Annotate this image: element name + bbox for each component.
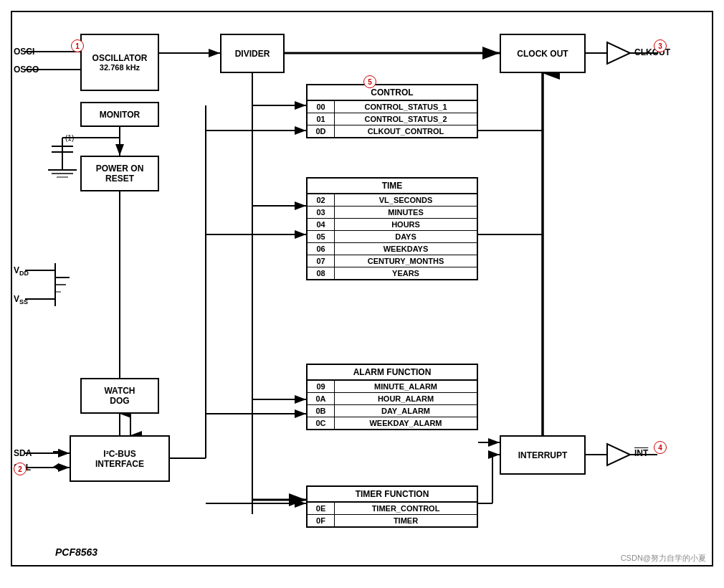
i2c-label-2: INTERFACE <box>95 459 144 469</box>
clockout-label: CLOCK OUT <box>517 49 568 59</box>
table-row: 01 CONTROL_STATUS_2 <box>308 113 477 125</box>
por-box: POWER ON RESET <box>80 156 159 191</box>
reg-name: VL_SECONDS <box>335 194 477 206</box>
reg-name: TIMER_CONTROL <box>335 503 477 514</box>
reg-addr: 0A <box>308 393 335 404</box>
reg-addr: 0B <box>308 405 335 417</box>
reg-addr: 02 <box>308 194 335 206</box>
table-row: 06 WEEKDAYS <box>308 243 477 255</box>
reg-name: MINUTE_ALARM <box>335 381 477 392</box>
timer-table: TIMER FUNCTION 0E TIMER_CONTROL 0F TIMER <box>306 485 478 528</box>
reg-addr: 0D <box>308 125 335 137</box>
table-row: 0C WEEKDAY_ALARM <box>308 417 477 429</box>
alarm-table: ALARM FUNCTION 09 MINUTE_ALARM 0A HOUR_A… <box>306 364 478 430</box>
reg-name: HOURS <box>335 219 477 230</box>
reg-addr: 04 <box>308 219 335 230</box>
i2c-label-1: I²C-BUS <box>103 449 135 459</box>
osco-label: OSCO <box>14 65 39 75</box>
monitor-box: MONITOR <box>80 102 159 127</box>
reg-addr: 07 <box>308 255 335 267</box>
reg-addr: 08 <box>308 267 335 279</box>
reg-name: CLKOUT_CONTROL <box>335 125 477 137</box>
reg-name: YEARS <box>335 267 477 279</box>
timer-table-header: TIMER FUNCTION <box>308 487 477 503</box>
diagram-outer: OSCILLATOR 32.768 kHz MONITOR POWER ON R… <box>11 11 713 566</box>
svg-marker-11 <box>607 42 630 64</box>
table-row: 09 MINUTE_ALARM <box>308 381 477 393</box>
divider-box: DIVIDER <box>220 34 285 73</box>
por-label-2: RESET <box>105 174 134 184</box>
vdd-sub: DD <box>19 270 29 277</box>
cap-label: (1) <box>65 134 74 142</box>
chip-label: PCF8563 <box>55 546 97 558</box>
int-label: INT <box>634 448 648 458</box>
watermark-label: CSDN@努力自学的小夏 <box>621 553 706 564</box>
table-row: 0F TIMER <box>308 515 477 526</box>
circle-label-4: 4 <box>654 441 667 454</box>
watchdog-label-1: WATCH <box>104 386 135 396</box>
reg-addr: 0C <box>308 417 335 429</box>
control-table-header: CONTROL <box>308 85 477 101</box>
time-table: TIME 02 VL_SECONDS 03 MINUTES 04 HOURS 0… <box>306 177 478 280</box>
monitor-label: MONITOR <box>100 110 140 120</box>
table-row: 05 DAYS <box>308 231 477 243</box>
reg-addr: 0E <box>308 503 335 514</box>
sda-label: SDA <box>14 448 32 458</box>
interrupt-label: INTERRUPT <box>518 450 568 460</box>
reg-name: CONTROL_STATUS_2 <box>335 113 477 125</box>
table-row: 07 CENTURY_MONTHS <box>308 255 477 267</box>
reg-addr: 03 <box>308 207 335 218</box>
reg-name: HOUR_ALARM <box>335 393 477 404</box>
circle-label-2: 2 <box>14 463 27 475</box>
reg-name: WEEKDAYS <box>335 243 477 255</box>
scl-arrow-svg <box>52 462 66 472</box>
reg-addr: 06 <box>308 243 335 255</box>
reg-name: DAYS <box>335 231 477 242</box>
watchdog-box: WATCH DOG <box>80 378 159 414</box>
circle-label-1: 1 <box>71 39 84 52</box>
table-row: 0A HOUR_ALARM <box>308 393 477 405</box>
sda-arrow-svg <box>52 447 66 457</box>
table-row: 0B DAY_ALARM <box>308 405 477 417</box>
watchdog-label-2: DOG <box>110 396 129 406</box>
vss-sub: SS <box>19 298 28 305</box>
oscillator-box: OSCILLATOR 32.768 kHz <box>80 34 159 91</box>
clockout-box: CLOCK OUT <box>500 34 586 73</box>
reg-name: TIMER <box>335 515 477 526</box>
reg-addr: 05 <box>308 231 335 242</box>
circle-label-5: 5 <box>363 75 376 88</box>
alarm-table-header: ALARM FUNCTION <box>308 365 477 381</box>
reg-addr: 01 <box>308 113 335 125</box>
svg-marker-66 <box>53 449 65 456</box>
svg-marker-31 <box>607 444 630 465</box>
reg-addr: 0F <box>308 515 335 526</box>
reg-name: DAY_ALARM <box>335 405 477 417</box>
table-row: 0D CLKOUT_CONTROL <box>308 125 477 137</box>
reg-name: CONTROL_STATUS_1 <box>335 101 477 113</box>
control-table: CONTROL 00 CONTROL_STATUS_1 01 CONTROL_S… <box>306 84 478 138</box>
table-row: 0E TIMER_CONTROL <box>308 503 477 515</box>
table-row: 03 MINUTES <box>308 207 477 219</box>
vdd-label: VDD <box>14 265 29 277</box>
circle-label-3: 3 <box>654 39 667 52</box>
main-container: OSCILLATOR 32.768 kHz MONITOR POWER ON R… <box>0 0 724 588</box>
table-row: 08 YEARS <box>308 267 477 279</box>
vss-label: VSS <box>14 294 28 305</box>
table-row: 04 HOURS <box>308 219 477 231</box>
reg-name: MINUTES <box>335 207 477 218</box>
reg-name: WEEKDAY_ALARM <box>335 417 477 429</box>
oscillator-label-1: OSCILLATOR <box>92 53 148 63</box>
svg-marker-67 <box>53 463 65 470</box>
i2c-box: I²C-BUS INTERFACE <box>70 435 170 482</box>
reg-addr: 00 <box>308 101 335 113</box>
por-label-1: POWER ON <box>96 163 144 174</box>
reg-addr: 09 <box>308 381 335 392</box>
time-table-header: TIME <box>308 179 477 194</box>
table-row: 00 CONTROL_STATUS_1 <box>308 101 477 113</box>
divider-label: DIVIDER <box>235 49 270 59</box>
interrupt-box: INTERRUPT <box>500 435 586 475</box>
oscillator-label-2: 32.768 kHz <box>100 63 140 72</box>
reg-name: CENTURY_MONTHS <box>335 255 477 267</box>
osci-label: OSCI <box>14 47 34 57</box>
table-row: 02 VL_SECONDS <box>308 194 477 207</box>
